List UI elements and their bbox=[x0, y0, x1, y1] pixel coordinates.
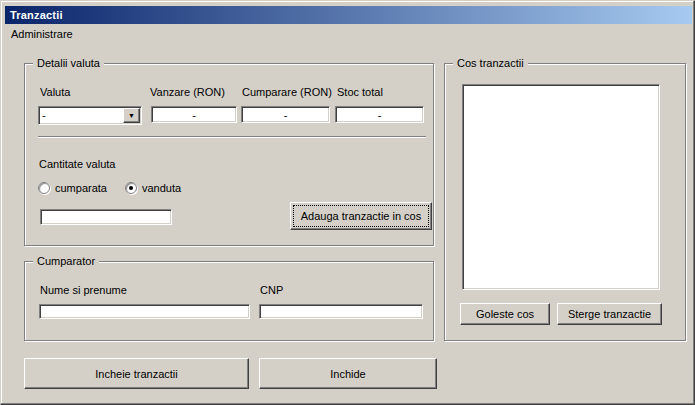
cnp-label: CNP bbox=[260, 284, 283, 296]
incheie-tranzactii-button[interactable]: Incheie tranzactii bbox=[24, 358, 249, 389]
window-title: Tranzactii bbox=[5, 9, 63, 21]
goleste-cos-button[interactable]: Goleste cos bbox=[460, 303, 550, 325]
radio-vanduta[interactable]: vanduta bbox=[125, 182, 181, 194]
group-cumparator: Cumparator Nume si prenume CNP bbox=[24, 261, 434, 341]
radio-vanduta-circle[interactable] bbox=[125, 182, 137, 194]
menu-bar: Administrare bbox=[5, 24, 692, 43]
radio-cumparata-circle[interactable] bbox=[38, 182, 50, 194]
vanzare-field[interactable] bbox=[151, 106, 237, 123]
group-detalii-valuta: Detalii valuta Valuta - ▼ Vanzare (RON) … bbox=[24, 63, 434, 246]
radio-vanduta-label: vanduta bbox=[142, 182, 181, 194]
stoc-total-label: Stoc total bbox=[337, 86, 383, 98]
valuta-combobox[interactable]: - ▼ bbox=[38, 106, 142, 125]
valuta-combobox-value: - bbox=[39, 107, 122, 124]
adauga-tranzactie-button[interactable]: Adauga tranzactie in cos bbox=[290, 202, 432, 230]
dropdown-arrow-icon[interactable]: ▼ bbox=[123, 108, 140, 123]
cantitate-radio-group: cumparata vanduta bbox=[38, 181, 199, 195]
cumparare-field[interactable] bbox=[241, 106, 330, 123]
menu-item-administrare[interactable]: Administrare bbox=[5, 26, 79, 42]
separator-line bbox=[38, 136, 426, 138]
group-cumparator-title: Cumparator bbox=[33, 255, 99, 268]
radio-cumparata-label: cumparata bbox=[55, 182, 107, 194]
cnp-input[interactable] bbox=[259, 304, 423, 319]
title-bar[interactable]: Tranzactii bbox=[5, 6, 692, 24]
group-cos-tranzactii: Cos tranzactii Goleste cos Sterge tranza… bbox=[444, 63, 686, 341]
tranzactii-window: Tranzactii Administrare Detalii valuta V… bbox=[0, 0, 695, 405]
radio-cumparata[interactable]: cumparata bbox=[38, 182, 107, 194]
valuta-label: Valuta bbox=[40, 86, 70, 98]
cumparare-label: Cumparare (RON) bbox=[242, 86, 332, 98]
nume-prenume-input[interactable] bbox=[39, 304, 250, 319]
inchide-button[interactable]: Inchide bbox=[259, 358, 437, 389]
vanzare-label: Vanzare (RON) bbox=[150, 86, 225, 98]
cantitate-input[interactable] bbox=[40, 209, 172, 225]
group-cos-tranzactii-title: Cos tranzactii bbox=[453, 57, 528, 70]
cantitate-valuta-label: Cantitate valuta bbox=[39, 158, 115, 170]
cos-tranzactii-listbox[interactable] bbox=[462, 84, 660, 290]
nume-prenume-label: Nume si prenume bbox=[40, 284, 127, 296]
sterge-tranzactie-button[interactable]: Sterge tranzactie bbox=[557, 303, 662, 325]
stoc-total-field[interactable] bbox=[335, 106, 424, 123]
group-detalii-valuta-title: Detalii valuta bbox=[33, 57, 104, 70]
